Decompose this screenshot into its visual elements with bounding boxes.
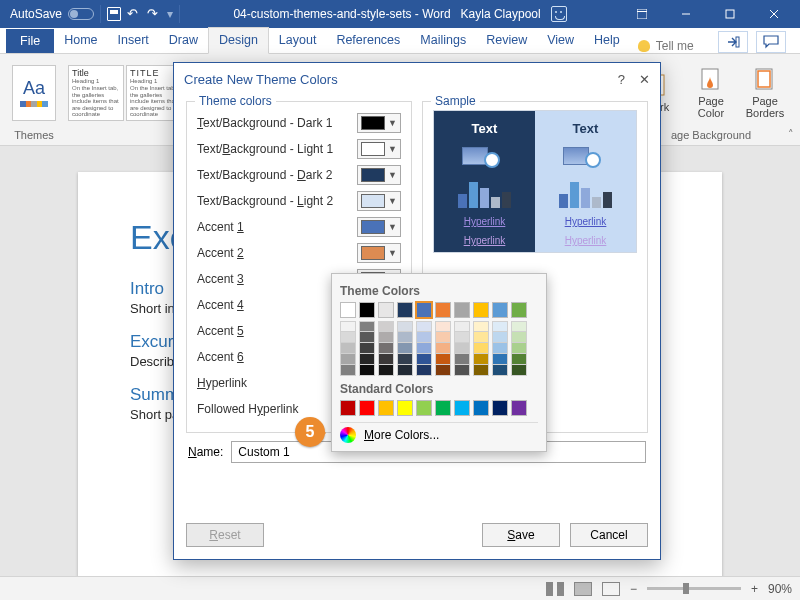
undo-icon[interactable] [127, 7, 141, 21]
standard-color-cell[interactable] [397, 400, 413, 416]
page-color-button[interactable]: Page Color [688, 67, 734, 119]
shade-color-cell[interactable] [397, 343, 413, 354]
standard-color-cell[interactable] [511, 400, 527, 416]
shade-color-cell[interactable] [378, 321, 394, 332]
theme-color-cell[interactable] [435, 302, 451, 318]
dialog-close-button[interactable]: ✕ [639, 72, 650, 87]
shade-color-cell[interactable] [454, 321, 470, 332]
shade-color-cell[interactable] [454, 343, 470, 354]
shade-color-cell[interactable] [511, 321, 527, 332]
shade-color-cell[interactable] [435, 321, 451, 332]
collapse-ribbon-icon[interactable]: ˄ [788, 128, 794, 141]
save-button[interactable]: Save [482, 523, 560, 547]
shade-color-cell[interactable] [435, 343, 451, 354]
tab-help[interactable]: Help [584, 28, 630, 53]
standard-color-cell[interactable] [416, 400, 432, 416]
shade-color-cell[interactable] [435, 332, 451, 343]
standard-color-cell[interactable] [378, 400, 394, 416]
shade-color-cell[interactable] [359, 343, 375, 354]
shade-color-cell[interactable] [416, 343, 432, 354]
theme-color-swatch-dark2[interactable]: ▼ [357, 165, 401, 185]
shade-color-cell[interactable] [359, 332, 375, 343]
qat-customize-icon[interactable]: ▾ [167, 7, 173, 21]
theme-color-cell[interactable] [378, 302, 394, 318]
shade-color-cell[interactable] [416, 354, 432, 365]
dialog-help-button[interactable]: ? [618, 72, 625, 87]
standard-color-cell[interactable] [492, 400, 508, 416]
tab-view[interactable]: View [537, 28, 584, 53]
zoom-slider[interactable] [647, 587, 741, 590]
print-layout-icon[interactable] [574, 582, 592, 596]
shade-color-cell[interactable] [435, 354, 451, 365]
user-avatar-icon[interactable] [551, 6, 567, 22]
web-layout-icon[interactable] [602, 582, 620, 596]
standard-color-cell[interactable] [435, 400, 451, 416]
tab-design[interactable]: Design [208, 27, 269, 54]
read-mode-icon[interactable] [546, 582, 564, 596]
shade-color-cell[interactable] [359, 365, 375, 376]
themes-button[interactable]: Aa [12, 65, 56, 121]
shade-color-cell[interactable] [397, 365, 413, 376]
tab-home[interactable]: Home [54, 28, 107, 53]
theme-color-cell[interactable] [340, 302, 356, 318]
tell-me-search[interactable]: Tell me [638, 39, 694, 53]
tab-review[interactable]: Review [476, 28, 537, 53]
standard-color-cell[interactable] [454, 400, 470, 416]
theme-color-cell[interactable] [454, 302, 470, 318]
theme-color-cell[interactable] [359, 302, 375, 318]
save-icon[interactable] [107, 7, 121, 21]
shade-color-cell[interactable] [473, 365, 489, 376]
theme-color-swatch-light1[interactable]: ▼ [357, 139, 401, 159]
ribbon-display-button[interactable] [620, 0, 664, 28]
tab-file[interactable]: File [6, 29, 54, 53]
standard-color-cell[interactable] [473, 400, 489, 416]
shade-color-cell[interactable] [454, 354, 470, 365]
zoom-out-button[interactable]: − [630, 582, 637, 596]
shade-color-cell[interactable] [473, 354, 489, 365]
theme-color-swatch-dark1[interactable]: ▼ [357, 113, 401, 133]
shade-color-cell[interactable] [359, 354, 375, 365]
shade-color-cell[interactable] [378, 343, 394, 354]
shade-color-cell[interactable] [416, 321, 432, 332]
shade-color-cell[interactable] [473, 321, 489, 332]
zoom-in-button[interactable]: + [751, 582, 758, 596]
shade-color-cell[interactable] [416, 365, 432, 376]
page-borders-button[interactable]: Page Borders [742, 67, 788, 119]
tab-layout[interactable]: Layout [269, 28, 327, 53]
tab-mailings[interactable]: Mailings [410, 28, 476, 53]
shade-color-cell[interactable] [397, 354, 413, 365]
shade-color-cell[interactable] [435, 365, 451, 376]
shade-color-cell[interactable] [473, 343, 489, 354]
shade-color-cell[interactable] [511, 365, 527, 376]
shade-color-cell[interactable] [492, 365, 508, 376]
tab-draw[interactable]: Draw [159, 28, 208, 53]
theme-color-swatch-a2[interactable]: ▼ [357, 243, 401, 263]
shade-color-cell[interactable] [454, 332, 470, 343]
shade-color-cell[interactable] [378, 365, 394, 376]
shade-color-cell[interactable] [340, 332, 356, 343]
theme-color-swatch-light2[interactable]: ▼ [357, 191, 401, 211]
redo-icon[interactable] [147, 7, 161, 21]
standard-color-cell[interactable] [340, 400, 356, 416]
shade-color-cell[interactable] [397, 332, 413, 343]
comments-button[interactable] [756, 31, 786, 53]
more-colors-item[interactable]: More Colors... [340, 422, 538, 445]
shade-color-cell[interactable] [454, 365, 470, 376]
cancel-button[interactable]: Cancel [570, 523, 648, 547]
maximize-button[interactable] [708, 0, 752, 28]
theme-color-cell[interactable] [511, 302, 527, 318]
shade-color-cell[interactable] [340, 343, 356, 354]
theme-color-cell[interactable] [492, 302, 508, 318]
shade-color-cell[interactable] [511, 343, 527, 354]
shade-color-cell[interactable] [378, 354, 394, 365]
shade-color-cell[interactable] [340, 365, 356, 376]
shade-color-cell[interactable] [340, 354, 356, 365]
share-button[interactable] [718, 31, 748, 53]
autosave-toggle[interactable] [68, 8, 94, 20]
theme-color-cell[interactable] [397, 302, 413, 318]
shade-color-cell[interactable] [492, 354, 508, 365]
style-set-gallery[interactable]: TitleHeading 1On the Insert tab, the gal… [68, 65, 182, 121]
shade-color-cell[interactable] [492, 343, 508, 354]
minimize-button[interactable] [664, 0, 708, 28]
shade-color-cell[interactable] [511, 354, 527, 365]
